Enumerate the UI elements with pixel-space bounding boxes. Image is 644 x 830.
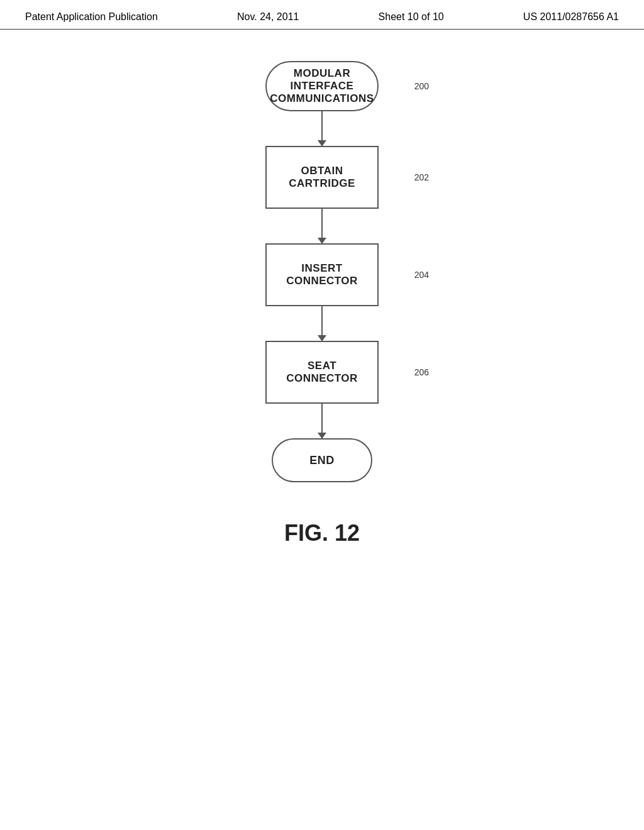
node-modular-interface: MODULAR INTERFACECOMMUNICATIONS <box>265 61 379 111</box>
flowchart: MODULAR INTERFACECOMMUNICATIONS 200 OBTA… <box>0 30 644 546</box>
node-202-container: OBTAINCARTRIDGE 202 <box>265 146 379 209</box>
arrow-2 <box>321 209 323 243</box>
node-206-container: SEATCONNECTOR 206 <box>265 341 379 404</box>
page-header: Patent Application Publication Nov. 24, … <box>0 0 644 30</box>
arrow-4 <box>321 404 323 438</box>
figure-caption: FIG. 12 <box>284 520 360 546</box>
node-end-container: END <box>272 438 372 482</box>
ref-200: 200 <box>414 81 429 91</box>
node-obtain-cartridge: OBTAINCARTRIDGE <box>265 146 379 209</box>
node-204-container: INSERTCONNECTOR 204 <box>265 243 379 306</box>
arrow-1 <box>321 111 323 146</box>
node-insert-connector: INSERTCONNECTOR <box>265 243 379 306</box>
node-end: END <box>272 438 372 482</box>
header-publication-label: Patent Application Publication <box>25 11 158 23</box>
node-seat-connector: SEATCONNECTOR <box>265 341 379 404</box>
ref-206: 206 <box>414 367 429 377</box>
node-200-container: MODULAR INTERFACECOMMUNICATIONS 200 <box>265 61 379 111</box>
header-date-label: Nov. 24, 2011 <box>237 11 299 23</box>
header-sheet-label: Sheet 10 of 10 <box>379 11 444 23</box>
header-patent-label: US 2011/0287656 A1 <box>523 11 619 23</box>
ref-204: 204 <box>414 270 429 280</box>
ref-202: 202 <box>414 172 429 182</box>
arrow-3 <box>321 306 323 341</box>
